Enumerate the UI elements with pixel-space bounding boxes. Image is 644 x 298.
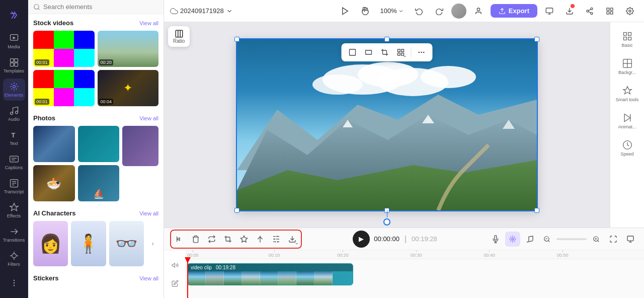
handle-bottom-right[interactable] xyxy=(534,208,539,213)
svg-rect-11 xyxy=(10,156,18,162)
zoom-control[interactable]: 100% xyxy=(377,5,407,17)
stock-video-4-duration: 00:04 xyxy=(99,99,114,105)
avatar xyxy=(451,4,466,19)
photo-3[interactable]: 🍜 xyxy=(33,165,75,201)
svg-point-18 xyxy=(12,254,16,258)
right-tool-animate[interactable]: Animat... xyxy=(613,108,641,134)
sidebar-item-captions[interactable]: Captions xyxy=(3,151,25,173)
characters-scroll-right[interactable]: › xyxy=(147,221,158,266)
project-name[interactable]: 202409171928 xyxy=(170,7,233,15)
sidebar-label-transcript: Transcript xyxy=(4,189,24,194)
search-input[interactable] xyxy=(43,3,158,11)
zoom-in-timeline[interactable] xyxy=(589,232,604,247)
sidebar-item-templates[interactable]: Templates xyxy=(3,54,25,77)
right-tool-background[interactable]: Backgr... xyxy=(613,53,641,80)
svg-rect-59 xyxy=(398,53,400,55)
handle-bottom-left[interactable] xyxy=(234,208,239,213)
timeline-tool-delete[interactable] xyxy=(188,232,203,247)
canvas-frame xyxy=(237,39,537,210)
track-volume-button[interactable] xyxy=(168,258,182,272)
character-2[interactable]: 🧍 xyxy=(71,221,106,266)
handle-top-left[interactable] xyxy=(234,37,239,42)
sidebar-item-elements[interactable]: Elements xyxy=(3,79,25,101)
user-settings-button[interactable] xyxy=(470,3,487,19)
photo-4[interactable]: ⛵ xyxy=(78,165,120,201)
canvas-area: Ratio xyxy=(164,22,610,228)
svg-rect-57 xyxy=(401,49,404,52)
timeline-tool-filter[interactable] xyxy=(269,232,284,247)
timeline-tool-color[interactable] xyxy=(236,232,252,247)
sidebar-item-transitions[interactable]: Transitions xyxy=(3,224,25,246)
export-button[interactable]: Export xyxy=(491,4,537,18)
stock-video-3[interactable]: 00:01 xyxy=(33,70,95,106)
timeline-tool-crop[interactable] xyxy=(220,232,235,247)
svg-rect-36 xyxy=(607,8,609,11)
svg-rect-37 xyxy=(610,8,613,11)
microphone-button[interactable] xyxy=(488,232,503,247)
stickers-view-all[interactable]: View all xyxy=(139,275,158,281)
canvas-tool-grid[interactable] xyxy=(394,45,408,59)
video-clip[interactable]: video clip 00:19:28 xyxy=(187,263,353,285)
timeline-zoom-slider[interactable] xyxy=(556,238,587,240)
fit-timeline[interactable] xyxy=(606,232,621,247)
photos-view-all[interactable]: View all xyxy=(139,115,158,121)
canvas-tool-crop[interactable] xyxy=(378,45,392,59)
redo-button[interactable] xyxy=(431,3,447,19)
photo-5[interactable] xyxy=(122,126,158,166)
play-button[interactable] xyxy=(337,3,353,19)
right-tool-speed[interactable]: Speed xyxy=(613,135,641,161)
timeline-layout-button[interactable] xyxy=(623,232,638,247)
notification-dot xyxy=(571,4,575,8)
settings-button[interactable] xyxy=(622,3,638,19)
hand-tool-button[interactable] xyxy=(357,3,373,19)
svg-rect-38 xyxy=(610,12,613,14)
timeline-tool-download[interactable] xyxy=(285,232,300,247)
canvas-wrapper[interactable] xyxy=(237,39,537,210)
sidebar-item-filters[interactable]: Filters xyxy=(3,248,25,270)
canvas-tool-resize[interactable] xyxy=(346,45,360,59)
logo-button[interactable] xyxy=(3,4,25,26)
rotation-handle[interactable] xyxy=(383,218,390,226)
stock-video-4[interactable]: ✦ 00:04 xyxy=(98,70,159,106)
character-1[interactable]: 👩 xyxy=(33,221,68,266)
sidebar-item-transcript[interactable]: Transcript xyxy=(3,175,25,197)
voiceover-button[interactable] xyxy=(505,232,520,247)
timeline-tool-trim-start[interactable] xyxy=(172,232,187,247)
ai-characters-header: AI Characters View all xyxy=(33,209,158,217)
photo-2[interactable] xyxy=(78,126,120,162)
timeline-play-button[interactable]: ▶ xyxy=(353,231,370,248)
undo-button[interactable] xyxy=(411,3,427,19)
character-3[interactable]: 👓 xyxy=(109,221,144,266)
ratio-button[interactable]: Ratio xyxy=(168,26,190,47)
handle-top-center[interactable] xyxy=(384,37,389,42)
canvas-tool-resize-alt[interactable] xyxy=(362,45,376,59)
svg-point-61 xyxy=(421,52,422,53)
expand-button[interactable] xyxy=(541,3,557,19)
share-button[interactable] xyxy=(582,3,598,19)
sidebar-item-text[interactable]: T Text xyxy=(3,127,25,149)
stock-video-2[interactable]: 00:20 xyxy=(98,31,159,67)
sidebar-item-media[interactable]: Media xyxy=(3,30,25,52)
split-audio-button[interactable] xyxy=(522,232,537,247)
track-edit-button[interactable] xyxy=(168,276,182,290)
handle-top-right[interactable] xyxy=(534,37,539,42)
svg-rect-64 xyxy=(628,32,631,35)
download-button[interactable] xyxy=(561,3,578,19)
ruler-50: 00:50 xyxy=(557,250,569,258)
right-tool-basic[interactable]: Basic xyxy=(613,26,641,52)
canvas-tool-more[interactable] xyxy=(415,45,429,59)
sidebar-item-effects[interactable]: Effects xyxy=(3,199,25,221)
layout-button[interactable] xyxy=(602,3,618,19)
playhead[interactable] xyxy=(187,259,188,298)
photo-1[interactable] xyxy=(33,126,75,162)
ai-characters-view-all[interactable]: View all xyxy=(139,210,158,216)
stock-videos-view-all[interactable]: View all xyxy=(139,20,158,26)
sidebar-item-audio[interactable]: Audio xyxy=(3,103,25,125)
right-tool-smart[interactable]: Smart tools xyxy=(613,81,641,107)
stock-video-1[interactable]: 00:01 xyxy=(33,31,95,67)
export-icon xyxy=(499,8,506,15)
timeline-tool-split[interactable] xyxy=(253,232,268,247)
timeline-tool-loop[interactable] xyxy=(204,232,219,247)
zoom-out-timeline[interactable] xyxy=(539,232,554,247)
sidebar-more-button[interactable] xyxy=(3,272,25,294)
